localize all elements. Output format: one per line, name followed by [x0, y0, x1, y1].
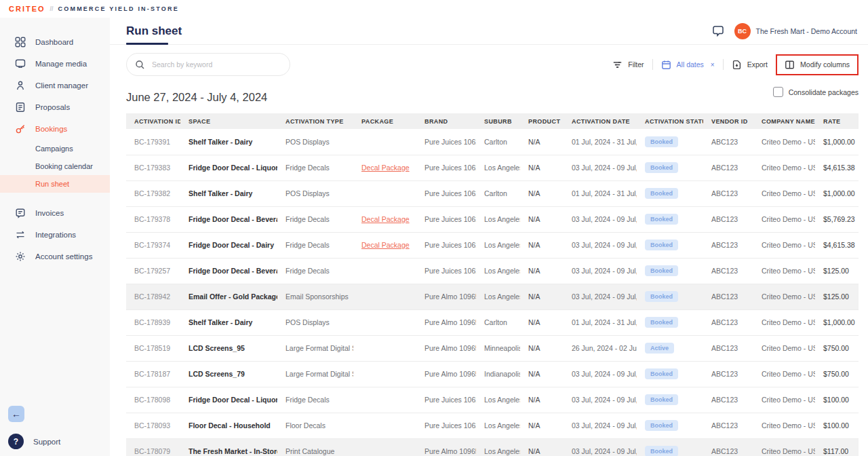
cell-vendor-id: ABC123 [703, 284, 753, 309]
date-filter-chip[interactable]: All dates × [661, 60, 715, 70]
cell-company-name: Criteo Demo - USA [753, 361, 815, 387]
status-badge: Booked [645, 394, 678, 405]
status-badge: Booked [645, 317, 678, 328]
cell-vendor-id: ABC123 [703, 309, 753, 335]
package-link[interactable]: Decal Package [361, 241, 410, 249]
sidebar-subitem-campaigns[interactable]: Campaigns [0, 140, 110, 157]
cell-activation-type: Fridge Decals [277, 387, 353, 413]
filter-label: Filter [628, 60, 644, 69]
cell-space: Shelf Talker - Dairy [180, 180, 277, 206]
account-menu[interactable]: BC The Fresh Mart - Demo Account [734, 23, 857, 39]
table-row[interactable]: BC-179374Fridge Door Decal - DairyFridge… [126, 232, 859, 258]
sidebar-item-label: Integrations [35, 231, 76, 239]
sidebar-item-account-settings[interactable]: Account settings [0, 246, 110, 267]
top-app-bar: CRITEO // COMMERCE YIELD IN-STORE [0, 0, 868, 18]
cell-rate: $1,000.00 [815, 129, 859, 155]
status-badge: Booked [645, 188, 678, 199]
sidebar-item-label: Proposals [35, 103, 70, 111]
table-row[interactable]: BC-179257Fridge Door Decal - BeverageFri… [126, 258, 859, 284]
table-row[interactable]: BC-179391Shelf Talker - DairyPOS Display… [126, 129, 859, 155]
page-header: Run sheet BC The Fresh Mart - Demo Accou… [110, 18, 868, 45]
support-label: Support [33, 438, 60, 446]
package-link[interactable]: Decal Package [361, 215, 410, 223]
table-row[interactable]: BC-178519LCD Screens_95Large Format Digi… [126, 335, 859, 361]
cell-space: Shelf Talker - Dairy [180, 129, 277, 155]
column-header: BRAND [416, 113, 476, 129]
sidebar-item-label: Account settings [35, 252, 92, 261]
chat-bubble-icon[interactable] [711, 24, 725, 38]
cell-space: Floor Decal - Household [180, 413, 277, 438]
table-row[interactable]: BC-179383Fridge Door Decal - LiquorFridg… [126, 155, 859, 180]
status-badge: Booked [645, 240, 678, 250]
cell-activation-status: Booked [637, 232, 703, 258]
cell-activation-id: BC-178939 [126, 309, 180, 335]
export-file-icon [732, 60, 742, 70]
collapse-sidebar-button[interactable]: ← [8, 406, 24, 422]
consolidate-packages-toggle[interactable]: Consolidate packages [773, 86, 859, 97]
sidebar-subitem-run-sheet[interactable]: Run sheet [0, 175, 110, 193]
table-row[interactable]: BC-178187LCD Screens_79Large Format Digi… [126, 361, 859, 387]
cell-rate: $1,000.00 [815, 180, 859, 206]
date-range-heading: June 27, 2024 - July 4, 2024 [126, 86, 267, 104]
table-row[interactable]: BC-178079The Fresh Market - In-Store Fly… [126, 438, 859, 456]
cell-activation-status: Booked [637, 258, 703, 284]
export-button[interactable]: Export [732, 60, 768, 70]
clear-dates-icon[interactable]: × [711, 61, 715, 69]
search-box[interactable] [126, 53, 290, 76]
table-row[interactable]: BC-178942Email Offer - Gold PackageEmail… [126, 284, 859, 309]
table-row[interactable]: BC-178093Floor Decal - HouseholdFloor De… [126, 413, 859, 438]
search-input[interactable] [152, 60, 281, 69]
cell-vendor-id: ABC123 [703, 387, 753, 413]
cell-brand: Pure Juices 10629 [416, 232, 476, 258]
sidebar-item-integrations[interactable]: Integrations [0, 224, 110, 246]
cell-suburb: Los Angeles [476, 232, 520, 258]
cell-rate: $117.00 [815, 438, 859, 456]
modify-columns-button[interactable]: Modify columns [785, 60, 850, 70]
cell-company-name: Criteo Demo - USA [753, 438, 815, 456]
table-row[interactable]: BC-178098Fridge Door Decal - LiquorFridg… [126, 387, 859, 413]
table-row[interactable]: BC-178939Shelf Talker - DairyPOS Display… [126, 309, 859, 335]
sidebar-item-manage-media[interactable]: Manage media [0, 53, 110, 75]
cell-activation-id: BC-178942 [126, 284, 180, 309]
cell-suburb: Los Angeles [476, 284, 520, 309]
cell-activation-id: BC-179257 [126, 258, 180, 284]
cell-activation-type: Large Format Digital Screens [277, 335, 353, 361]
cell-rate: $750.00 [815, 335, 859, 361]
consolidate-checkbox[interactable] [773, 87, 783, 97]
cell-space: Fridge Door Decal - Liquor [180, 155, 277, 180]
sidebar-item-proposals[interactable]: Proposals [0, 96, 110, 118]
table-row[interactable]: BC-179382Shelf Talker - DairyPOS Display… [126, 180, 859, 206]
cell-company-name: Criteo Demo - USA [753, 413, 815, 438]
sidebar-item-invoices[interactable]: Invoices [0, 202, 110, 224]
sidebar-item-label: Manage media [35, 60, 87, 68]
cell-suburb: Los Angeles [476, 258, 520, 284]
cell-activation-type: Email Sponsorships [277, 284, 353, 309]
sidebar: Dashboard Manage media Client manager Pr… [0, 18, 110, 456]
cell-activation-id: BC-179383 [126, 155, 180, 180]
sidebar-item-label: Client manager [35, 81, 88, 90]
status-badge: Booked [645, 446, 678, 456]
cell-brand: Pure Almo 10965 [416, 335, 476, 361]
support-button[interactable]: ? Support [8, 434, 60, 449]
filter-button[interactable]: Filter [612, 60, 644, 70]
sidebar-item-bookings[interactable]: Bookings [0, 118, 110, 140]
sidebar-item-client-manager[interactable]: Client manager [0, 75, 110, 96]
cell-company-name: Criteo Demo - USA [753, 335, 815, 361]
status-badge: Booked [645, 368, 678, 379]
cell-suburb: Los Angeles CA [476, 387, 520, 413]
table-row[interactable]: BC-179378Fridge Door Decal - BeverageFri… [126, 206, 859, 232]
cell-rate: $100.00 [815, 387, 859, 413]
cell-suburb: Los Angeles CA [476, 155, 520, 180]
cell-activation-date: 03 Jul, 2024 - 09 Jul, 2024 [564, 284, 637, 309]
cell-activation-id: BC-178519 [126, 335, 180, 361]
cell-suburb: Carlton [476, 180, 520, 206]
cell-company-name: Criteo Demo - USA [753, 387, 815, 413]
gear-icon [15, 251, 26, 262]
sidebar-item-dashboard[interactable]: Dashboard [0, 31, 110, 53]
cell-package: Decal Package [353, 206, 416, 232]
cell-vendor-id: ABC123 [703, 413, 753, 438]
cell-product: N/A [520, 180, 564, 206]
package-link[interactable]: Decal Package [361, 164, 410, 172]
sidebar-subitem-booking-calendar[interactable]: Booking calendar [0, 157, 110, 175]
cell-activation-date: 03 Jul, 2024 - 09 Jul, 2024 [564, 206, 637, 232]
